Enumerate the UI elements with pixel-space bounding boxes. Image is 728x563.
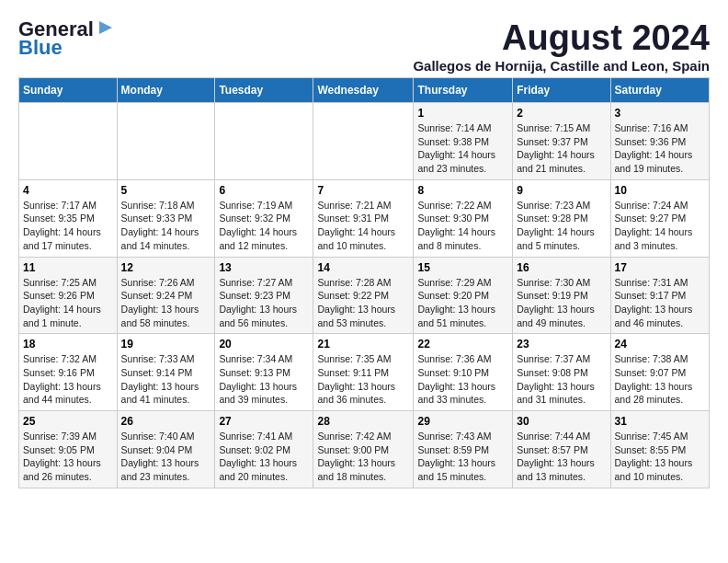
calendar-cell: 5Sunrise: 7:18 AM Sunset: 9:33 PM Daylig… bbox=[117, 179, 215, 257]
day-number: 30 bbox=[517, 415, 606, 428]
calendar-cell: 10Sunrise: 7:24 AM Sunset: 9:27 PM Dayli… bbox=[610, 179, 709, 257]
day-number: 4 bbox=[23, 184, 113, 197]
calendar-cell: 6Sunrise: 7:19 AM Sunset: 9:32 PM Daylig… bbox=[215, 179, 313, 257]
day-number: 24 bbox=[615, 338, 705, 350]
day-number: 2 bbox=[517, 107, 606, 120]
calendar-cell: 22Sunrise: 7:36 AM Sunset: 9:10 PM Dayli… bbox=[414, 334, 513, 411]
calendar-cell: 16Sunrise: 7:30 AM Sunset: 9:19 PM Dayli… bbox=[513, 257, 610, 334]
day-info: Sunrise: 7:43 AM Sunset: 8:59 PM Dayligh… bbox=[417, 430, 508, 484]
calendar-cell: 15Sunrise: 7:29 AM Sunset: 9:20 PM Dayli… bbox=[414, 257, 513, 334]
svg-marker-0 bbox=[99, 21, 112, 34]
day-info: Sunrise: 7:14 AM Sunset: 9:38 PM Dayligh… bbox=[417, 121, 508, 176]
day-info: Sunrise: 7:25 AM Sunset: 9:26 PM Dayligh… bbox=[23, 276, 113, 330]
day-number: 12 bbox=[121, 261, 211, 274]
calendar-header-row: SundayMondayTuesdayWednesdayThursdayFrid… bbox=[19, 78, 710, 103]
calendar-cell: 14Sunrise: 7:28 AM Sunset: 9:22 PM Dayli… bbox=[313, 257, 414, 334]
day-info: Sunrise: 7:33 AM Sunset: 9:14 PM Dayligh… bbox=[121, 352, 211, 407]
day-number: 19 bbox=[121, 338, 211, 350]
day-number: 25 bbox=[23, 415, 113, 428]
week-row-5: 25Sunrise: 7:39 AM Sunset: 9:05 PM Dayli… bbox=[19, 411, 710, 488]
day-number: 8 bbox=[417, 184, 508, 197]
day-info: Sunrise: 7:18 AM Sunset: 9:33 PM Dayligh… bbox=[121, 199, 211, 253]
week-row-3: 11Sunrise: 7:25 AM Sunset: 9:26 PM Dayli… bbox=[19, 257, 710, 334]
day-number: 14 bbox=[317, 261, 409, 274]
day-number: 3 bbox=[615, 107, 705, 120]
calendar-cell bbox=[313, 103, 414, 180]
day-info: Sunrise: 7:40 AM Sunset: 9:04 PM Dayligh… bbox=[121, 430, 211, 484]
calendar-cell: 2Sunrise: 7:15 AM Sunset: 9:37 PM Daylig… bbox=[513, 103, 610, 180]
header-sunday: Sunday bbox=[19, 78, 118, 103]
day-number: 17 bbox=[615, 261, 705, 274]
header-tuesday: Tuesday bbox=[215, 78, 313, 103]
week-row-2: 4Sunrise: 7:17 AM Sunset: 9:35 PM Daylig… bbox=[19, 179, 710, 257]
day-info: Sunrise: 7:42 AM Sunset: 9:00 PM Dayligh… bbox=[317, 430, 409, 484]
calendar-cell: 24Sunrise: 7:38 AM Sunset: 9:07 PM Dayli… bbox=[610, 334, 709, 411]
calendar-cell bbox=[19, 103, 118, 180]
calendar-cell: 20Sunrise: 7:34 AM Sunset: 9:13 PM Dayli… bbox=[215, 334, 313, 411]
day-number: 22 bbox=[417, 338, 508, 350]
logo-blue-text: Blue bbox=[18, 37, 63, 59]
day-number: 11 bbox=[23, 261, 113, 274]
day-info: Sunrise: 7:44 AM Sunset: 8:57 PM Dayligh… bbox=[517, 430, 606, 484]
day-info: Sunrise: 7:29 AM Sunset: 9:20 PM Dayligh… bbox=[417, 276, 508, 330]
day-info: Sunrise: 7:19 AM Sunset: 9:32 PM Dayligh… bbox=[219, 199, 309, 253]
day-number: 7 bbox=[317, 184, 409, 197]
day-info: Sunrise: 7:22 AM Sunset: 9:30 PM Dayligh… bbox=[417, 199, 508, 253]
day-info: Sunrise: 7:28 AM Sunset: 9:22 PM Dayligh… bbox=[317, 276, 409, 330]
calendar-cell: 31Sunrise: 7:45 AM Sunset: 8:55 PM Dayli… bbox=[610, 411, 709, 488]
calendar-table: SundayMondayTuesdayWednesdayThursdayFrid… bbox=[18, 77, 710, 488]
day-info: Sunrise: 7:30 AM Sunset: 9:19 PM Dayligh… bbox=[517, 276, 606, 330]
main-title: August 2024 bbox=[413, 18, 710, 58]
calendar-cell: 1Sunrise: 7:14 AM Sunset: 9:38 PM Daylig… bbox=[414, 103, 513, 180]
calendar-cell: 18Sunrise: 7:32 AM Sunset: 9:16 PM Dayli… bbox=[19, 334, 118, 411]
day-info: Sunrise: 7:39 AM Sunset: 9:05 PM Dayligh… bbox=[23, 430, 113, 484]
calendar-cell: 26Sunrise: 7:40 AM Sunset: 9:04 PM Dayli… bbox=[117, 411, 215, 488]
day-number: 18 bbox=[23, 338, 113, 350]
day-info: Sunrise: 7:17 AM Sunset: 9:35 PM Dayligh… bbox=[23, 199, 113, 253]
calendar-cell: 12Sunrise: 7:26 AM Sunset: 9:24 PM Dayli… bbox=[117, 257, 215, 334]
calendar-cell: 3Sunrise: 7:16 AM Sunset: 9:36 PM Daylig… bbox=[610, 103, 709, 180]
day-number: 1 bbox=[417, 107, 508, 120]
day-info: Sunrise: 7:24 AM Sunset: 9:27 PM Dayligh… bbox=[615, 199, 705, 253]
day-number: 31 bbox=[615, 415, 705, 428]
calendar-cell: 13Sunrise: 7:27 AM Sunset: 9:23 PM Dayli… bbox=[215, 257, 313, 334]
calendar-cell: 11Sunrise: 7:25 AM Sunset: 9:26 PM Dayli… bbox=[19, 257, 118, 334]
calendar-cell: 17Sunrise: 7:31 AM Sunset: 9:17 PM Dayli… bbox=[610, 257, 709, 334]
day-number: 5 bbox=[121, 184, 211, 197]
day-info: Sunrise: 7:27 AM Sunset: 9:23 PM Dayligh… bbox=[219, 276, 309, 330]
calendar-cell: 4Sunrise: 7:17 AM Sunset: 9:35 PM Daylig… bbox=[19, 179, 118, 257]
week-row-1: 1Sunrise: 7:14 AM Sunset: 9:38 PM Daylig… bbox=[19, 103, 710, 180]
calendar-cell: 21Sunrise: 7:35 AM Sunset: 9:11 PM Dayli… bbox=[313, 334, 414, 411]
subtitle: Gallegos de Hornija, Castille and Leon, … bbox=[413, 58, 710, 74]
day-number: 6 bbox=[219, 184, 309, 197]
day-info: Sunrise: 7:21 AM Sunset: 9:31 PM Dayligh… bbox=[317, 199, 409, 253]
day-info: Sunrise: 7:31 AM Sunset: 9:17 PM Dayligh… bbox=[615, 276, 705, 330]
logo: General Blue bbox=[18, 18, 116, 59]
day-number: 26 bbox=[121, 415, 211, 428]
day-info: Sunrise: 7:45 AM Sunset: 8:55 PM Dayligh… bbox=[615, 430, 705, 484]
header-monday: Monday bbox=[117, 78, 215, 103]
day-number: 15 bbox=[417, 261, 508, 274]
day-number: 23 bbox=[517, 338, 606, 350]
calendar-cell: 9Sunrise: 7:23 AM Sunset: 9:28 PM Daylig… bbox=[513, 179, 610, 257]
calendar-cell: 29Sunrise: 7:43 AM Sunset: 8:59 PM Dayli… bbox=[414, 411, 513, 488]
day-info: Sunrise: 7:34 AM Sunset: 9:13 PM Dayligh… bbox=[219, 352, 309, 407]
calendar-cell: 8Sunrise: 7:22 AM Sunset: 9:30 PM Daylig… bbox=[414, 179, 513, 257]
day-info: Sunrise: 7:15 AM Sunset: 9:37 PM Dayligh… bbox=[517, 121, 606, 176]
day-number: 16 bbox=[517, 261, 606, 274]
day-info: Sunrise: 7:16 AM Sunset: 9:36 PM Dayligh… bbox=[615, 121, 705, 176]
title-section: August 2024 Gallegos de Hornija, Castill… bbox=[413, 18, 710, 74]
calendar-cell: 7Sunrise: 7:21 AM Sunset: 9:31 PM Daylig… bbox=[313, 179, 414, 257]
week-row-4: 18Sunrise: 7:32 AM Sunset: 9:16 PM Dayli… bbox=[19, 334, 710, 411]
logo-arrow-icon bbox=[96, 17, 116, 38]
header-friday: Friday bbox=[513, 78, 610, 103]
day-number: 20 bbox=[219, 338, 309, 350]
day-info: Sunrise: 7:26 AM Sunset: 9:24 PM Dayligh… bbox=[121, 276, 211, 330]
calendar-cell bbox=[215, 103, 313, 180]
day-number: 28 bbox=[317, 415, 409, 428]
calendar-cell: 25Sunrise: 7:39 AM Sunset: 9:05 PM Dayli… bbox=[19, 411, 118, 488]
day-info: Sunrise: 7:36 AM Sunset: 9:10 PM Dayligh… bbox=[417, 352, 508, 407]
header-wednesday: Wednesday bbox=[313, 78, 414, 103]
day-info: Sunrise: 7:35 AM Sunset: 9:11 PM Dayligh… bbox=[317, 352, 409, 407]
day-info: Sunrise: 7:37 AM Sunset: 9:08 PM Dayligh… bbox=[517, 352, 606, 407]
